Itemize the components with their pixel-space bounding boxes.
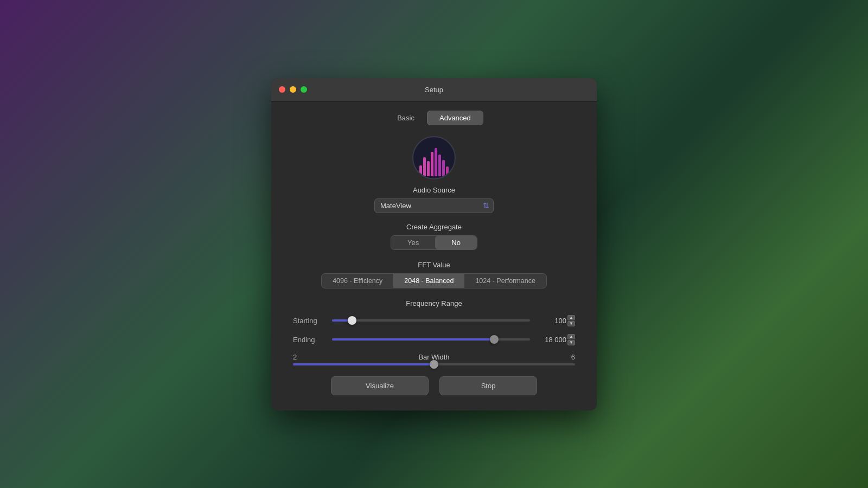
fft-value-label: FFT Value [293,261,575,269]
action-buttons: Visualize Stop [293,376,575,395]
bar-1 [419,165,422,176]
titlebar: Setup [271,78,597,102]
ending-slider-thumb[interactable] [490,335,499,344]
starting-value-container: 100 ▲ ▼ [537,315,575,326]
bar-2 [423,157,426,176]
traffic-lights [279,86,307,93]
audio-source-label: Audio Source [293,186,575,194]
ending-stepper[interactable]: ▲ ▼ [567,334,575,345]
frequency-range-label: Frequency Range [293,299,575,307]
audio-source-select[interactable]: MateView Built-in Microphone BlackHole 2… [374,198,494,213]
ending-value: 18 000 [537,336,566,344]
bar-4 [431,152,433,176]
bar-3 [427,161,430,176]
bar-width-max-label: 6 [571,353,575,361]
fft-value-group: 4096 - Efficiency 2048 - Balanced 1024 -… [293,273,575,288]
app-icon-container [293,136,575,179]
aggregate-yes-button[interactable]: Yes [391,236,435,249]
setup-window: Setup Basic Advanced [271,78,597,410]
ending-stepper-down[interactable]: ▼ [567,340,575,345]
starting-label: Starting [293,317,326,325]
ending-slider-fill [332,338,494,341]
bar-width-section: 2 Bar Width 6 [293,353,575,365]
bar-width-track[interactable] [293,363,575,365]
close-button[interactable] [279,86,285,93]
ending-slider-row: Ending 18 000 ▲ ▼ [293,334,575,345]
tab-basic[interactable]: Basic [385,111,427,125]
bar-7 [442,160,445,176]
audio-source-container: MateView Built-in Microphone BlackHole 2… [293,198,575,213]
audio-visualization-icon [417,146,451,176]
fft-buttons: 4096 - Efficiency 2048 - Balanced 1024 -… [321,273,547,288]
bar-width-fill [293,363,434,365]
starting-slider-row: Starting 100 ▲ ▼ [293,315,575,326]
fft-performance-button[interactable]: 1024 - Performance [464,274,546,288]
starting-slider-track[interactable] [332,319,530,322]
starting-stepper-up[interactable]: ▲ [567,315,575,320]
minimize-button[interactable] [290,86,296,93]
starting-value: 100 [537,317,566,325]
maximize-button[interactable] [301,86,307,93]
create-aggregate-label: Create Aggregate [293,223,575,231]
ending-stepper-up[interactable]: ▲ [567,334,575,339]
starting-stepper-down[interactable]: ▼ [567,321,575,326]
fft-efficiency-button[interactable]: 4096 - Efficiency [322,274,393,288]
bar-width-min-label: 2 [293,353,297,361]
bar-width-thumb[interactable] [430,360,438,369]
fft-balanced-button[interactable]: 2048 - Balanced [393,274,464,288]
stop-button[interactable]: Stop [439,376,537,395]
create-aggregate-buttons: Yes No [391,235,477,250]
aggregate-no-button[interactable]: No [435,236,477,249]
bar-6 [438,155,441,176]
create-aggregate-toggle-group: Yes No [293,235,575,250]
visualize-button[interactable]: Visualize [331,376,429,395]
tab-advanced[interactable]: Advanced [427,111,483,125]
audio-source-dropdown-wrapper: MateView Built-in Microphone BlackHole 2… [374,198,494,213]
ending-label: Ending [293,336,326,344]
ending-slider-track[interactable] [332,338,530,341]
ending-value-container: 18 000 ▲ ▼ [537,334,575,345]
tab-bar: Basic Advanced [293,111,575,125]
bar-8 [446,166,449,176]
bar-5 [435,148,437,176]
starting-slider-thumb[interactable] [348,316,356,325]
starting-stepper[interactable]: ▲ ▼ [567,315,575,326]
content-area: Basic Advanced Audio Source [271,102,597,410]
app-icon [412,136,456,179]
window-title: Setup [425,86,443,94]
